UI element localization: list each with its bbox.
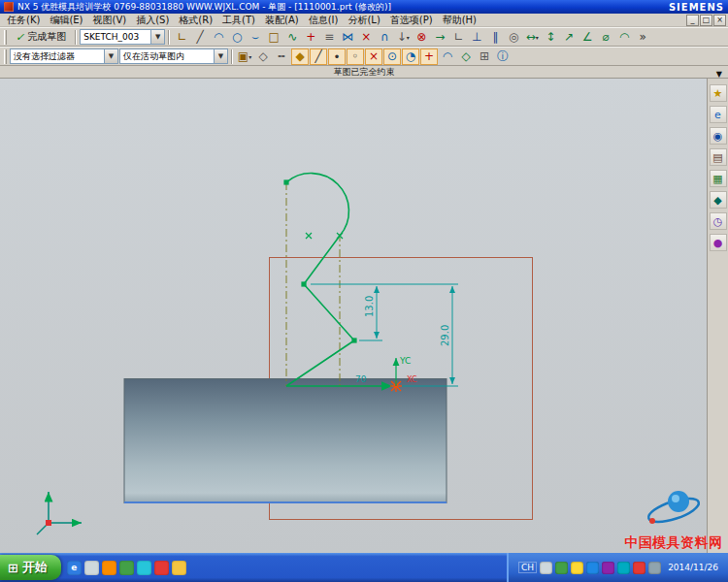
line-icon[interactable]: ╱: [191, 29, 209, 46]
minimize-window-button[interactable]: _: [686, 15, 699, 26]
mid-point-icon[interactable]: ∙: [328, 48, 346, 65]
menu-view[interactable]: 视图(V): [88, 14, 132, 27]
rectangle-icon[interactable]: □: [265, 29, 282, 46]
control-point-icon[interactable]: ◦: [347, 48, 364, 65]
quicklaunch-desktop-icon[interactable]: [84, 561, 99, 575]
fillet-icon[interactable]: ⌣: [247, 29, 264, 46]
web-browser-icon[interactable]: e: [710, 106, 727, 123]
tray-cloud-icon[interactable]: [648, 562, 661, 574]
close-window-button[interactable]: ×: [713, 15, 726, 26]
sketch-zigzag-lines[interactable]: [286, 236, 354, 386]
solid-body[interactable]: [124, 379, 447, 503]
roles-palette-icon[interactable]: ★: [710, 84, 727, 102]
intersection-curve-icon[interactable]: ∩: [376, 29, 393, 46]
chevron-down-icon[interactable]: ▼: [150, 30, 164, 44]
tray-volume-icon[interactable]: [540, 562, 552, 574]
offset-curve-icon[interactable]: ≡: [320, 29, 338, 46]
dimension-70-label[interactable]: 70: [355, 374, 367, 384]
start-button[interactable]: ⊞ 开始: [0, 555, 61, 580]
tray-update-icon[interactable]: [571, 562, 583, 574]
quicklaunch-browser-icon[interactable]: [137, 561, 151, 575]
work-plane-icon[interactable]: ◇: [254, 48, 272, 65]
sketch-arc[interactable]: [286, 174, 348, 236]
info-icon[interactable]: ⓘ: [494, 48, 512, 65]
point-on-curve-icon[interactable]: ◠: [439, 48, 456, 65]
tool-glyph: ⌀: [603, 31, 610, 43]
end-point-icon[interactable]: ╱: [310, 48, 327, 65]
taskbar-clock[interactable]: 2014/11/26: [664, 563, 722, 572]
create-constraints-icon[interactable]: ▣▾: [236, 48, 253, 65]
datum-plane-snap-icon[interactable]: ⊞: [476, 48, 493, 65]
hd3d-tool-icon[interactable]: ◉: [710, 127, 727, 145]
menu-edit[interactable]: 编辑(E): [45, 14, 87, 27]
menu-format[interactable]: 格式(R): [174, 14, 217, 27]
reuse-library-icon[interactable]: ◆: [710, 191, 727, 209]
chevron-down-icon[interactable]: ▼: [104, 49, 117, 63]
studio-spline-icon[interactable]: ∿: [283, 29, 301, 46]
project-curve-icon[interactable]: ↓▾: [394, 29, 412, 46]
constraints-icon[interactable]: ⊥: [468, 29, 485, 46]
dimension-29-label[interactable]: 29.0: [440, 325, 450, 346]
arc-center-icon[interactable]: ⊙: [383, 48, 401, 65]
wcs-triad-icon[interactable]: [37, 492, 82, 534]
auto-constrain-icon[interactable]: ∥: [486, 29, 504, 46]
arc-icon[interactable]: ◠: [210, 29, 227, 46]
make-corner-icon[interactable]: ∟: [449, 29, 467, 46]
radius-dimension-icon[interactable]: ◠: [615, 29, 633, 46]
point-on-face-icon[interactable]: ◇: [457, 48, 475, 65]
angular-dimension-icon[interactable]: ∠: [579, 29, 596, 46]
existing-point-icon[interactable]: +: [420, 48, 438, 65]
sketch-name-combo[interactable]: SKETCH_003 ▼: [80, 29, 165, 45]
snap-point-icon[interactable]: ◆: [291, 48, 309, 65]
tray-antivirus-icon[interactable]: [555, 562, 568, 574]
menu-task[interactable]: 任务(K): [2, 14, 45, 27]
tray-download-icon[interactable]: [617, 562, 630, 574]
selection-filter-combo[interactable]: 没有选择过滤器 ▼: [10, 48, 118, 64]
menu-information[interactable]: 信息(I): [304, 14, 344, 27]
menu-analysis[interactable]: 分析(L): [343, 14, 384, 27]
quick-extend-icon[interactable]: →: [431, 29, 448, 46]
menu-insert[interactable]: 插入(S): [131, 14, 174, 27]
vertical-dimension-icon[interactable]: ↕: [542, 29, 559, 46]
inferred-dimension-icon[interactable]: ↔▾: [523, 29, 541, 46]
parallel-dimension-icon[interactable]: ↗: [560, 29, 578, 46]
quicklaunch-security-icon[interactable]: [154, 561, 169, 575]
dash-style-icon[interactable]: ╍: [273, 48, 290, 65]
quicklaunch-messenger-icon[interactable]: [119, 561, 134, 575]
mirror-curve-icon[interactable]: ⋈: [339, 29, 356, 46]
chevron-down-icon[interactable]: ▼: [214, 49, 227, 63]
tool-glyph: ×: [369, 50, 379, 62]
assembly-navigator-icon[interactable]: ▤: [710, 148, 727, 166]
finish-sketch-button[interactable]: ✓ 完成草图: [10, 28, 72, 46]
part-navigator-icon[interactable]: ▦: [710, 170, 727, 187]
materials-icon[interactable]: ●: [710, 234, 727, 251]
show-constraints-icon[interactable]: ◎: [505, 29, 522, 46]
quicklaunch-folder-icon[interactable]: [172, 561, 186, 575]
selection-scope-combo[interactable]: 仅在活动草图内 ▼: [119, 48, 228, 64]
intersection-snap-icon[interactable]: ×: [365, 48, 382, 65]
menu-preferences[interactable]: 首选项(P): [385, 14, 438, 27]
tray-security-icon[interactable]: [633, 562, 645, 574]
menu-assemblies[interactable]: 装配(A): [260, 14, 304, 27]
toolbar-grip[interactable]: [4, 49, 7, 64]
profile-icon[interactable]: ∟: [173, 29, 190, 46]
restore-window-button[interactable]: □: [700, 15, 712, 26]
point-icon[interactable]: +: [302, 29, 319, 46]
dimension-13-label[interactable]: 13.0: [364, 296, 375, 317]
graphics-viewport[interactable]: 13.0 29.0 70 YC XC: [0, 79, 707, 553]
menu-help[interactable]: 帮助(H): [438, 14, 481, 27]
tray-network-icon[interactable]: [586, 562, 599, 574]
intersection-point-icon[interactable]: ×: [357, 29, 375, 46]
toolbar-grip[interactable]: [4, 30, 7, 45]
quicklaunch-ie-icon[interactable]: e: [67, 561, 82, 575]
circle-icon[interactable]: ○: [228, 29, 246, 46]
menu-tools[interactable]: 工具(T): [217, 14, 260, 27]
tray-chat-icon[interactable]: [602, 562, 614, 574]
quicklaunch-media-icon[interactable]: [102, 561, 116, 575]
quick-trim-icon[interactable]: ⊗: [413, 29, 430, 46]
history-icon[interactable]: ◷: [710, 212, 727, 230]
language-indicator[interactable]: CH: [518, 562, 537, 573]
more-tools-icon[interactable]: »: [634, 29, 651, 46]
diameter-dimension-icon[interactable]: ⌀: [597, 29, 614, 46]
quadrant-point-icon[interactable]: ◔: [402, 48, 419, 65]
